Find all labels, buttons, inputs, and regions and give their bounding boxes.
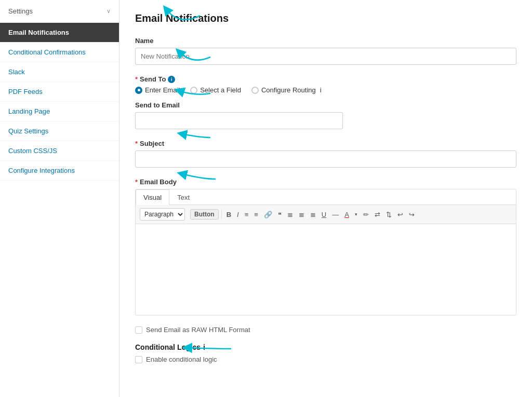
sidebar-item-pdf-feeds[interactable]: PDF Feeds	[0, 82, 119, 102]
subject-section: * Subject	[135, 140, 516, 168]
editor-tabs: Visual Text	[136, 189, 516, 205]
send-to-section: * Send To i Enter Email Select a Field C…	[135, 75, 516, 129]
sidebar-item-slack[interactable]: Slack	[0, 62, 119, 82]
align-right-btn[interactable]: ≡	[252, 210, 260, 220]
justify-right-btn[interactable]: ≣	[308, 210, 318, 220]
sidebar: Settings ∨ Email Notifications Condition…	[0, 0, 119, 397]
conditional-logics-info-icon[interactable]: i	[203, 343, 205, 351]
italic-btn[interactable]: I	[235, 210, 241, 220]
radio-circle-select-field	[190, 87, 197, 94]
subject-label: * Subject	[135, 140, 516, 147]
send-to-info-icon[interactable]: i	[168, 76, 175, 83]
indent-btn[interactable]: ⇄	[373, 210, 382, 220]
radio-circle-enter-email	[135, 87, 142, 94]
quote-btn[interactable]: ❝	[276, 210, 284, 220]
sidebar-item-custom-css-js[interactable]: Custom CSS/JS	[0, 141, 119, 161]
tab-visual[interactable]: Visual	[136, 189, 169, 205]
editor-toolbar: Paragraph Button B I ≡ ≡ 🔗 ❝ ≣ ≣ ≣ U — A…	[136, 205, 516, 224]
name-input[interactable]	[135, 48, 516, 65]
paragraph-select[interactable]: Paragraph	[140, 208, 185, 221]
link-btn[interactable]: 🔗	[262, 210, 274, 220]
send-to-email-input[interactable]	[135, 112, 343, 129]
radio-circle-configure-routing	[251, 87, 259, 94]
sidebar-item-landing-page[interactable]: Landing Page	[0, 102, 119, 121]
font-color-dropdown-btn[interactable]: ▾	[353, 211, 360, 218]
font-color-btn[interactable]: A	[342, 210, 351, 220]
send-to-email-label: Send to Email	[135, 101, 516, 109]
settings-label: Settings	[8, 7, 33, 15]
sidebar-settings[interactable]: Settings ∨	[0, 0, 119, 23]
radio-configure-routing[interactable]: Configure Routing i	[251, 86, 322, 94]
enable-conditional-checkbox[interactable]	[135, 356, 142, 363]
sidebar-item-quiz-settings[interactable]: Quiz Settings	[0, 121, 119, 141]
configure-routing-info-icon[interactable]: i	[320, 86, 322, 94]
strike-btn[interactable]: —	[330, 210, 341, 220]
highlight-btn[interactable]: ✏	[361, 210, 371, 220]
justify-left-btn[interactable]: ≣	[285, 210, 295, 220]
tab-text[interactable]: Text	[169, 189, 197, 205]
sidebar-item-email-notifications[interactable]: Email Notifications	[0, 23, 119, 43]
editor-body[interactable]	[136, 224, 516, 315]
email-body-label: * Email Body	[135, 178, 516, 186]
email-body-editor: Visual Text Paragraph Button B I ≡ ≡ 🔗	[135, 189, 516, 316]
email-body-section: * Email Body Visual Text Paragraph Butto…	[135, 178, 516, 316]
send-raw-html-checkbox[interactable]	[135, 326, 142, 334]
toolbar-sep-1	[221, 210, 222, 219]
enable-conditional-row: Enable conditional logic	[135, 355, 516, 363]
sidebar-item-configure-integrations[interactable]: Configure Integrations	[0, 161, 119, 181]
redo-btn[interactable]: ↪	[407, 210, 417, 220]
align-left-btn[interactable]: ≡	[243, 210, 251, 220]
underline-btn[interactable]: U	[320, 210, 328, 220]
send-raw-html-label: Send Email as RAW HTML Format	[146, 326, 250, 334]
bold-btn[interactable]: B	[224, 210, 233, 220]
main-content: Email Notifications Name * Send To i Ent…	[119, 0, 532, 397]
settings-chevron: ∨	[107, 8, 111, 15]
justify-center-btn[interactable]: ≣	[297, 210, 307, 220]
send-to-radio-group: Enter Email Select a Field Configure Rou…	[135, 86, 516, 94]
enable-conditional-label: Enable conditional logic	[146, 355, 217, 363]
conditional-logics-section: Conditional Logics i Enable conditional …	[135, 343, 516, 363]
page-title: Email Notifications	[135, 12, 516, 24]
subject-input[interactable]	[135, 150, 516, 168]
outdent-btn[interactable]: ⇅	[384, 210, 394, 220]
radio-select-field[interactable]: Select a Field	[190, 86, 241, 94]
sidebar-item-conditional-confirmations[interactable]: Conditional Confirmations	[0, 43, 119, 62]
name-section: Name	[135, 37, 516, 65]
button-btn[interactable]: Button	[190, 209, 219, 220]
send-raw-html-row: Send Email as RAW HTML Format	[135, 326, 516, 334]
conditional-logics-title: Conditional Logics i	[135, 343, 516, 351]
radio-enter-email[interactable]: Enter Email	[135, 86, 180, 94]
send-to-label: * Send To i	[135, 75, 516, 83]
name-label: Name	[135, 37, 516, 45]
undo-btn[interactable]: ↩	[395, 210, 405, 220]
